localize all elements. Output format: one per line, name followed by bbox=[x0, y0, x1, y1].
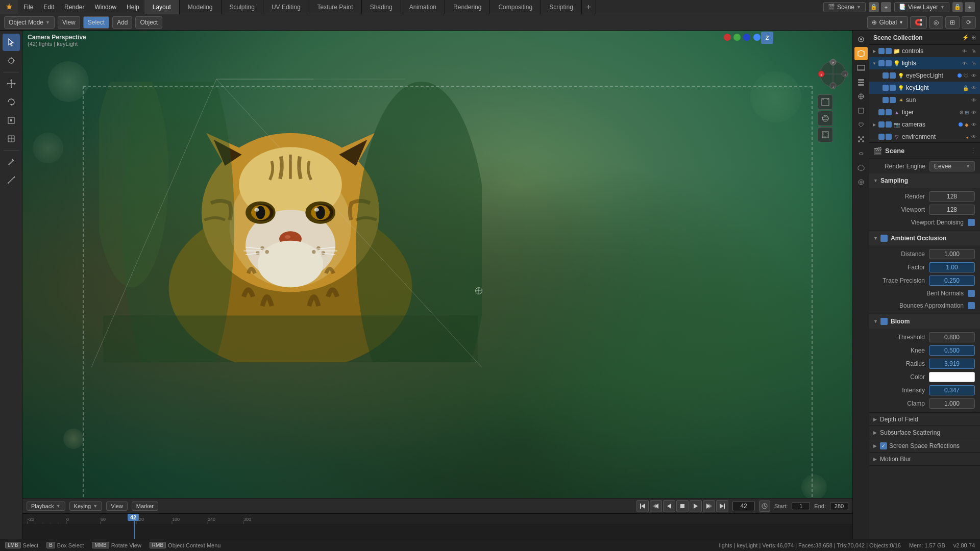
tab-texture-paint[interactable]: Texture Paint bbox=[309, 0, 362, 14]
intensity-value[interactable]: 0.347 bbox=[929, 385, 975, 395]
cameras-vis-checkbox[interactable] bbox=[886, 121, 892, 128]
color-swatch[interactable] bbox=[929, 372, 975, 382]
bounces-approx-checkbox[interactable] bbox=[968, 302, 975, 309]
ao-checkbox[interactable] bbox=[880, 235, 888, 242]
outliner-item-tiger[interactable]: ▶ ▲ tiger ⚙ ⊞ 👁 bbox=[869, 106, 980, 118]
eyespec-vis-checkbox[interactable] bbox=[890, 72, 896, 79]
motion-blur-section-header[interactable]: ▶ Motion Blur bbox=[869, 453, 980, 466]
tab-scripting[interactable]: Scripting bbox=[541, 0, 582, 14]
tiger-vis-checkbox[interactable] bbox=[886, 109, 892, 115]
eyespec-eye-icon[interactable]: 👁 bbox=[970, 71, 978, 80]
view-layer-selector[interactable]: 📑 View Layer ▼ bbox=[894, 2, 949, 12]
clamp-value[interactable]: 1.000 bbox=[929, 398, 975, 409]
tiger-eye-icon[interactable]: 👁 bbox=[970, 108, 978, 116]
constraints-props-icon[interactable] bbox=[854, 147, 868, 160]
timing-icon[interactable] bbox=[759, 500, 770, 512]
trace-precision-value[interactable]: 0.250 bbox=[929, 276, 975, 286]
snap-button[interactable]: 🧲 bbox=[910, 16, 927, 29]
play-button[interactable] bbox=[690, 500, 702, 512]
transform-tool-btn[interactable] bbox=[3, 130, 20, 147]
env-eye-icon[interactable]: 👁 bbox=[970, 133, 978, 141]
tab-sculpting[interactable]: Sculpting bbox=[222, 0, 263, 14]
sun-eye-icon[interactable]: 👁 bbox=[970, 96, 978, 104]
controls-cursor-icon[interactable]: 🖱 bbox=[970, 47, 978, 55]
outliner-item-environment[interactable]: ▶ ▽ environment ⬥ 👁 bbox=[869, 131, 980, 143]
global-orientation-button[interactable]: ⊕ Global ▼ bbox=[867, 16, 908, 29]
threshold-value[interactable]: 0.800 bbox=[929, 332, 975, 342]
controls-checkbox[interactable] bbox=[878, 48, 885, 54]
material-props-icon[interactable] bbox=[854, 176, 868, 189]
annotate-tool-btn[interactable] bbox=[3, 153, 20, 170]
outliner-filter-icon[interactable]: ⚡ bbox=[962, 34, 969, 41]
overlay-button[interactable]: ⊞ bbox=[945, 16, 960, 29]
lights-vis-checkbox[interactable] bbox=[886, 60, 892, 66]
stop-button[interactable] bbox=[676, 500, 689, 512]
step-forward-button[interactable] bbox=[703, 500, 715, 512]
render-engine-dropdown[interactable]: Eevee ▼ bbox=[929, 161, 975, 171]
select-button[interactable]: Select bbox=[83, 16, 109, 29]
output-props-icon[interactable] bbox=[854, 61, 868, 74]
scene-selector[interactable]: 🎬 Scene ▼ bbox=[823, 2, 866, 12]
particles-props-icon[interactable] bbox=[854, 133, 868, 146]
select-tool-btn[interactable] bbox=[3, 34, 20, 51]
knee-value[interactable]: 0.500 bbox=[929, 345, 975, 356]
protect-icon[interactable]: 🔒 bbox=[869, 2, 879, 12]
keylight-eye-icon[interactable]: 👁 bbox=[970, 84, 978, 92]
tab-layout[interactable]: Layout bbox=[144, 0, 180, 14]
tab-animation[interactable]: Animation bbox=[401, 0, 445, 14]
jump-to-end-button[interactable] bbox=[716, 500, 728, 512]
jump-to-start-button[interactable] bbox=[636, 500, 649, 512]
radius-value[interactable]: 3.919 bbox=[929, 359, 975, 369]
outliner-item-lights[interactable]: ▼ 💡 lights 👁 🖱 bbox=[869, 57, 980, 69]
cameras-checkbox[interactable] bbox=[878, 121, 885, 128]
step-back-button[interactable] bbox=[650, 500, 662, 512]
measure-tool-btn[interactable] bbox=[3, 171, 20, 189]
lights-eye-icon[interactable]: 👁 bbox=[961, 59, 969, 67]
eyespec-checkbox[interactable] bbox=[883, 72, 889, 79]
tab-rendering[interactable]: Rendering bbox=[445, 0, 490, 14]
object-button[interactable]: Object bbox=[135, 16, 162, 29]
cameras-eye-icon[interactable]: 👁 bbox=[970, 120, 978, 129]
keying-menu[interactable]: Keying ▼ bbox=[69, 502, 103, 511]
marker-menu[interactable]: Marker bbox=[132, 502, 158, 511]
distance-value[interactable]: 1.000 bbox=[929, 249, 975, 259]
viewport[interactable]: Camera Perspective (42) lights | keyLigh… bbox=[22, 31, 852, 551]
file-menu[interactable]: File bbox=[18, 0, 38, 14]
keylight-vis-checkbox[interactable] bbox=[890, 85, 896, 91]
scale-tool-btn[interactable] bbox=[3, 112, 20, 129]
env-checkbox[interactable] bbox=[878, 134, 885, 140]
zoom-camera-button[interactable] bbox=[818, 127, 833, 142]
view-layer-props-icon[interactable] bbox=[854, 76, 868, 89]
world-props-icon[interactable] bbox=[854, 90, 868, 103]
outliner-item-sun[interactable]: ☀ sun 👁 bbox=[869, 94, 980, 106]
current-frame-input[interactable]: 42 bbox=[732, 501, 755, 511]
timeline-ruler[interactable]: ‑20 0 60 120 180 240 300 bbox=[22, 514, 852, 539]
scene-panel-menu-icon[interactable]: ⋮ bbox=[970, 147, 976, 154]
tab-uv-editing[interactable]: UV Editing bbox=[263, 0, 309, 14]
modifier-props-icon[interactable] bbox=[854, 118, 868, 132]
object-mode-button[interactable]: Object Mode ▼ bbox=[4, 16, 55, 29]
lights-checkbox[interactable] bbox=[878, 60, 885, 66]
play-back-button[interactable] bbox=[663, 500, 675, 512]
navigation-gizmo[interactable]: Z -Z X -X bbox=[818, 59, 848, 89]
orbit-button[interactable] bbox=[818, 111, 833, 126]
bloom-checkbox[interactable] bbox=[880, 318, 888, 325]
new-view-layer-icon[interactable]: + bbox=[965, 2, 975, 12]
sun-vis-checkbox[interactable] bbox=[890, 97, 896, 103]
tab-compositing[interactable]: Compositing bbox=[490, 0, 541, 14]
move-tool-btn[interactable] bbox=[3, 75, 20, 92]
sss-section-header[interactable]: ▶ Subsurface Scattering bbox=[869, 426, 980, 439]
proportional-edit-button[interactable]: ◎ bbox=[929, 16, 943, 29]
scene-props-icon[interactable] bbox=[854, 47, 868, 60]
render-props-icon[interactable] bbox=[854, 33, 868, 46]
env-vis-checkbox[interactable] bbox=[886, 134, 892, 140]
window-menu[interactable]: Window bbox=[89, 0, 121, 14]
lights-cursor-icon[interactable]: 🖱 bbox=[970, 59, 978, 67]
help-menu[interactable]: Help bbox=[121, 0, 144, 14]
render-menu[interactable]: Render bbox=[59, 0, 89, 14]
outliner-item-keylight[interactable]: 💡 keyLight 🔒 👁 bbox=[869, 82, 980, 94]
keylight-checkbox[interactable] bbox=[883, 85, 889, 91]
playback-menu[interactable]: Playback ▼ bbox=[27, 502, 65, 511]
edit-menu[interactable]: Edit bbox=[38, 0, 59, 14]
ssr-section-header[interactable]: ▶ ✓ Screen Space Reflections bbox=[869, 439, 980, 453]
